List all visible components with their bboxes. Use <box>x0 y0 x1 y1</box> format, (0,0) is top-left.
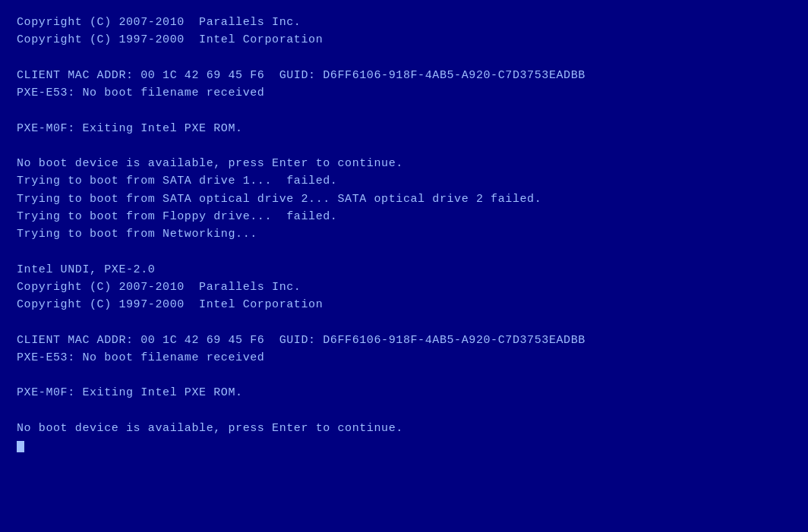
terminal-line-line12: Copyright (C) 2007-2010 Parallels Inc. <box>17 279 791 296</box>
terminal-line-line1: Copyright (C) 2007-2010 Parallels Inc. <box>17 14 791 31</box>
terminal-line-blank3 <box>17 137 791 155</box>
terminal-line-line8: Trying to boot from SATA optical drive 2… <box>17 190 791 208</box>
terminal-line-line3: CLIENT MAC ADDR: 00 1C 42 69 45 F6 GUID:… <box>17 67 791 84</box>
terminal-line-blank6 <box>17 367 791 384</box>
terminal-line-line17: No boot device is available, press Enter… <box>17 420 791 437</box>
terminal-line-blank4 <box>17 243 791 260</box>
terminal-cursor <box>17 441 24 452</box>
terminal-line-line14: CLIENT MAC ADDR: 00 1C 42 69 45 F6 GUID:… <box>17 332 791 349</box>
terminal-line-line4: PXE-E53: No boot filename received <box>17 84 791 102</box>
terminal-line-blank5 <box>17 313 791 331</box>
terminal-line-line11: Intel UNDI, PXE-2.0 <box>17 261 791 279</box>
terminal-line-blank1 <box>17 49 791 67</box>
terminal-line-blank7 <box>17 402 791 420</box>
terminal-line-line13: Copyright (C) 1997-2000 Intel Corporatio… <box>17 296 791 313</box>
terminal-cursor-line <box>17 437 791 455</box>
terminal-screen: Copyright (C) 2007-2010 Parallels Inc.Co… <box>17 14 791 518</box>
terminal-line-line2: Copyright (C) 1997-2000 Intel Corporatio… <box>17 31 791 49</box>
terminal-line-line15: PXE-E53: No boot filename received <box>17 349 791 367</box>
terminal-line-line5: PXE-M0F: Exiting Intel PXE ROM. <box>17 120 791 137</box>
terminal-line-blank2 <box>17 102 791 119</box>
terminal-line-line16: PXE-M0F: Exiting Intel PXE ROM. <box>17 384 791 401</box>
terminal-line-line10: Trying to boot from Networking... <box>17 225 791 243</box>
terminal-line-line6: No boot device is available, press Enter… <box>17 155 791 172</box>
terminal-line-line7: Trying to boot from SATA drive 1... fail… <box>17 172 791 190</box>
terminal-line-line9: Trying to boot from Floppy drive... fail… <box>17 208 791 225</box>
